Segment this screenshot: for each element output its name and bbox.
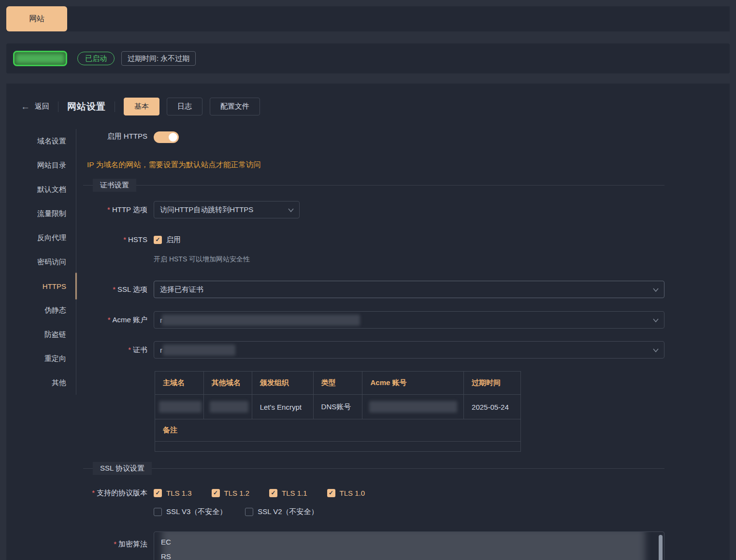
site-name-redacted <box>13 51 67 66</box>
toggle-knob <box>169 133 177 142</box>
back-button[interactable]: ← 返回 <box>21 102 49 111</box>
ssl-option-select[interactable]: 选择已有证书 <box>154 281 664 298</box>
certificate-value-partial: r <box>160 346 162 354</box>
website-settings-panel: ← 返回 网站设置 基本 日志 配置文件 域名设置 网站目录 默认文档 流量限制… <box>6 84 730 560</box>
site-name-blur <box>16 54 64 63</box>
back-label: 返回 <box>35 102 49 111</box>
back-arrow-icon: ← <box>21 102 30 111</box>
chevron-down-icon <box>288 207 294 213</box>
tab-config-file[interactable]: 配置文件 <box>210 98 260 115</box>
sidebar-item-label: 默认文档 <box>37 185 66 194</box>
col-other-domains: 其他域名 <box>203 372 252 395</box>
tab-log-label: 日志 <box>177 102 192 111</box>
sidebar-item-traffic-limit[interactable]: 流量限制 <box>6 201 76 226</box>
sidebar-item-password-access[interactable]: 密码访问 <box>6 250 76 274</box>
primary-domain-blur <box>159 401 202 413</box>
ssl-option-label: SSL 选项 <box>83 285 154 294</box>
acme-account-value-blur <box>162 315 360 326</box>
header-separator <box>58 101 58 112</box>
divider-line <box>83 468 664 469</box>
sidebar-item-redirect[interactable]: 重定向 <box>6 346 76 371</box>
sidebar-item-label: 域名设置 <box>37 137 66 146</box>
col-acme-account: Acme 账号 <box>362 372 464 395</box>
protocol-versions-label: 支持的协议版本 <box>83 488 154 498</box>
chevron-down-icon <box>652 317 659 323</box>
hsts-help-text: 开启 HSTS 可以增加网站安全性 <box>154 255 250 264</box>
tls10-checkbox[interactable]: ✓ <box>327 489 335 497</box>
sidebar-item-label: 重定向 <box>44 354 66 363</box>
certificate-table-row: 主域名 其他域名 颁发组织 类型 Acme 账号 过期时间 <box>83 371 521 452</box>
sidebar-item-label: 反向代理 <box>37 233 66 243</box>
ssl-protocol-section-title: SSL 协议设置 <box>93 462 152 475</box>
sidebar-item-label: 防盗链 <box>44 330 66 339</box>
http-option-select[interactable]: 访问HTTP自动跳转到HTTPS <box>154 201 300 218</box>
cell-type: DNS账号 <box>313 395 362 419</box>
sidebar-divider <box>76 129 76 395</box>
http-option-row: HTTP 选项 访问HTTP自动跳转到HTTPS <box>83 201 300 218</box>
acme-account-row: Acme 账户 r <box>83 311 664 329</box>
sidebar-item-label: 网站目录 <box>37 161 66 170</box>
tab-basic-label: 基本 <box>134 102 149 111</box>
sidebar-item-anti-leech[interactable]: 防盗链 <box>6 322 76 346</box>
page-title: 网站设置 <box>67 101 106 113</box>
tab-config-file-label: 配置文件 <box>220 102 249 111</box>
table-remark-row: 备注 <box>155 419 521 442</box>
textarea-scrollbar[interactable] <box>659 535 663 560</box>
tls11-label: TLS 1.1 <box>282 489 307 497</box>
tab-websites[interactable]: 网站 <box>6 6 67 31</box>
remark-label: 备注 <box>163 426 177 434</box>
cipher-line-1: EC <box>161 535 657 549</box>
https-settings-form: 启用 HTTPS IP 为域名的网站，需要设置为默认站点才能正常访问 证书设置 … <box>83 129 720 560</box>
cell-primary-domain <box>155 395 204 419</box>
tls11-checkbox[interactable]: ✓ <box>269 489 277 497</box>
enable-https-toggle[interactable] <box>154 131 179 143</box>
col-type: 类型 <box>313 372 362 395</box>
cell-other-domains <box>203 395 252 419</box>
sidebar-item-reverse-proxy[interactable]: 反向代理 <box>6 226 76 250</box>
cert-section-divider: 证书设置 <box>83 179 664 192</box>
status-badge: 已启动 <box>77 52 115 65</box>
sidebar-item-domain-settings[interactable]: 域名设置 <box>6 129 76 153</box>
divider-line <box>83 185 664 186</box>
certificate-row: 证书 r <box>83 341 664 359</box>
hsts-row: HSTS ✓ 启用 <box>83 235 181 244</box>
top-tab-bar: 网站 <box>6 6 730 31</box>
tls12-checkbox[interactable]: ✓ <box>212 489 220 497</box>
sidebar-item-site-directory[interactable]: 网站目录 <box>6 153 76 177</box>
sidebar-item-pseudo-static[interactable]: 伪静态 <box>6 298 76 322</box>
sidebar-item-https[interactable]: HTTPS <box>6 274 76 298</box>
table-header-row: 主域名 其他域名 颁发组织 类型 Acme 账号 过期时间 <box>155 372 521 395</box>
sidebar-item-label: 流量限制 <box>37 209 66 218</box>
table-empty-row <box>155 442 521 452</box>
sidebar-item-other[interactable]: 其他 <box>6 371 76 395</box>
hsts-checkbox[interactable]: ✓ <box>154 236 162 244</box>
col-expire-time: 过期时间 <box>464 372 521 395</box>
tls12-label: TLS 1.2 <box>224 489 250 497</box>
tls13-checkbox[interactable]: ✓ <box>154 489 162 497</box>
acme-account-label: Acme 账户 <box>83 315 154 325</box>
settings-header: ← 返回 网站设置 基本 日志 配置文件 <box>21 98 267 115</box>
sslv2-checkbox[interactable] <box>245 508 253 516</box>
other-domains-blur <box>210 401 248 413</box>
certificate-value-blur <box>163 345 235 356</box>
sidebar-item-label: 伪静态 <box>44 306 66 315</box>
header-separator <box>115 101 115 112</box>
cipher-textarea[interactable]: EC RS <box>154 531 664 560</box>
hsts-checkbox-label: 启用 <box>166 235 181 244</box>
sslv2-label: SSL V2（不安全） <box>258 507 318 517</box>
sidebar-item-default-document[interactable]: 默认文档 <box>6 177 76 201</box>
col-issuer: 颁发组织 <box>252 372 313 395</box>
ip-domain-warning: IP 为域名的网站，需要设置为默认站点才能正常访问 <box>87 160 261 170</box>
certificate-select[interactable]: r <box>154 341 664 359</box>
tab-log[interactable]: 日志 <box>167 98 202 115</box>
table-data-row: Let's Encrypt DNS账号 2025-05-24 <box>155 395 521 419</box>
tls13-label: TLS 1.3 <box>166 489 192 497</box>
cipher-row: 加密算法 EC RS <box>83 531 664 560</box>
tls10-label: TLS 1.0 <box>340 489 365 497</box>
http-option-value: 访问HTTP自动跳转到HTTPS <box>160 205 253 215</box>
tab-websites-label: 网站 <box>29 14 44 24</box>
certificate-table: 主域名 其他域名 颁发组织 类型 Acme 账号 过期时间 <box>155 371 521 452</box>
sslv3-checkbox[interactable] <box>154 508 162 516</box>
acme-account-select[interactable]: r <box>154 311 664 329</box>
tab-basic[interactable]: 基本 <box>124 98 159 115</box>
